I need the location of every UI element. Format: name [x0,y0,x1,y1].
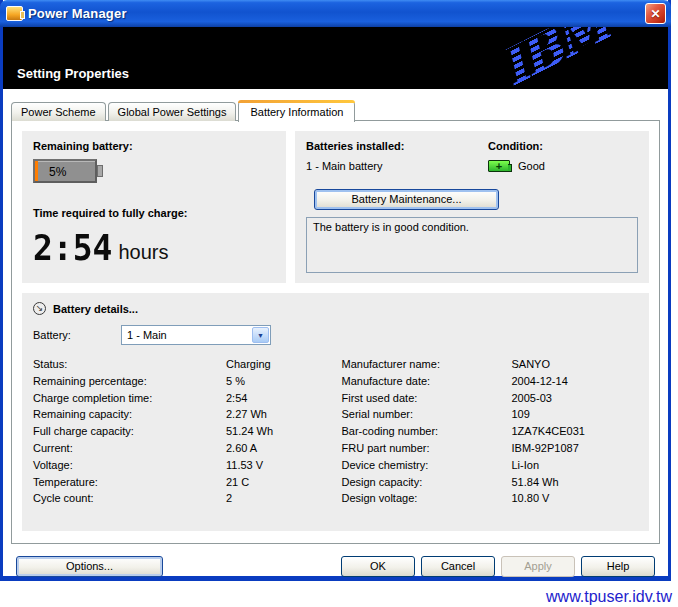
title-bar[interactable]: Power Manager ✕ [0,0,671,27]
detail-value: 5 % [226,374,330,391]
detail-value: Charging [226,357,330,374]
detail-value: 2:54 [226,391,330,408]
watermark: www.tpuser.idv.tw [546,588,672,606]
remaining-battery-panel: Remaining battery: 5% Time required to f… [22,131,286,283]
detail-value: IBM-92P1087 [512,441,639,458]
battery-select-value: 1 - Main [122,329,251,341]
detail-row: Current:2.60 A [33,441,330,458]
detail-row: Device chemistry:Li-Ion [342,458,639,475]
battery-details-header[interactable]: ↘ Battery details... [33,302,638,315]
cancel-button[interactable]: Cancel [421,556,495,577]
batteries-installed-value: 1 - Main battery [306,160,488,172]
tab-power-scheme[interactable]: Power Scheme [11,102,106,121]
detail-value: 1ZA7K4CE031 [512,424,639,441]
detail-row: Design capacity:51.84 Wh [342,475,639,492]
detail-label: Bar-coding number: [342,424,512,441]
detail-row: Temperature:21 C [33,475,330,492]
window-title: Power Manager [28,6,127,21]
detail-label: Design voltage: [342,491,512,508]
charge-time-display: 2:54 hours [33,228,275,267]
power-manager-window: Power Manager ✕ Setting Properties IBM P… [0,0,671,581]
details-right-column: Manufacturer name:SANYOManufacture date:… [342,357,639,508]
tab-battery-information[interactable]: Battery Information [238,101,355,122]
detail-row: Cycle count:2 [33,491,330,508]
detail-label: Full charge capacity: [33,424,226,441]
ok-button[interactable]: OK [341,556,415,577]
detail-row: First used date:2005-03 [342,391,639,408]
collapse-arrow-icon[interactable]: ↘ [33,302,46,315]
battery-percent-text: 5% [49,165,66,179]
help-button[interactable]: Help [581,556,655,577]
detail-row: Charge completion time:2:54 [33,391,330,408]
battery-gauge-nub [97,165,103,177]
tab-strip: Power Scheme Global Power Settings Batte… [11,99,660,120]
detail-value: 109 [512,407,639,424]
detail-value: 2 [226,491,330,508]
detail-row: Voltage:11.53 V [33,458,330,475]
detail-value: 2005-03 [512,391,639,408]
options-button[interactable]: Options... [16,556,163,577]
detail-value: 51.24 Wh [226,424,330,441]
button-bar: Options... OK Cancel Apply Help [3,555,668,578]
detail-row: Manufacture date:2004-12-14 [342,374,639,391]
detail-value: 2.27 Wh [226,407,330,424]
banner-title: Setting Properties [17,66,129,81]
detail-label: Cycle count: [33,491,226,508]
charge-time-value: 2:54 [33,227,112,268]
detail-value: 2.60 A [226,441,330,458]
chevron-down-icon[interactable]: ▼ [252,327,269,343]
detail-value: 10.80 V [512,491,639,508]
detail-label: Design capacity: [342,475,512,492]
detail-label: Manufacture date: [342,374,512,391]
detail-value: SANYO [512,357,639,374]
detail-value: 21 C [226,475,330,492]
detail-row: Remaining percentage:5 % [33,374,330,391]
condition-battery-icon: + [488,160,510,172]
battery-app-icon [6,6,23,21]
detail-label: Voltage: [33,458,226,475]
condition-message-box: The battery is in good condition. [306,217,638,273]
detail-label: Remaining percentage: [33,374,226,391]
banner: Setting Properties IBM [3,27,668,89]
battery-maintenance-button[interactable]: Battery Maintenance... [314,189,499,210]
battery-gauge: 5% [33,159,105,183]
detail-label: Manufacturer name: [342,357,512,374]
detail-value: Li-Ion [512,458,639,475]
detail-value: 2004-12-14 [512,374,639,391]
details-left-column: Status:ChargingRemaining percentage:5 %C… [33,357,330,508]
charge-time-label: Time required to fully charge: [33,207,275,219]
detail-label: Status: [33,357,226,374]
detail-row: Manufacturer name:SANYO [342,357,639,374]
detail-row: Remaining capacity:2.27 Wh [33,407,330,424]
ibm-logo: IBM [491,27,618,89]
detail-label: Remaining capacity: [33,407,226,424]
detail-row: Design voltage:10.80 V [342,491,639,508]
detail-row: Status:Charging [33,357,330,374]
tab-global-power-settings[interactable]: Global Power Settings [108,102,237,121]
detail-row: Full charge capacity:51.24 Wh [33,424,330,441]
condition-label: Condition: [488,140,638,152]
battery-details-title: Battery details... [53,303,138,315]
detail-row: Serial number:109 [342,407,639,424]
apply-button: Apply [501,556,575,577]
detail-label: FRU part number: [342,441,512,458]
battery-select-label: Battery: [33,329,121,341]
close-icon[interactable]: ✕ [645,3,666,24]
detail-row: FRU part number:IBM-92P1087 [342,441,639,458]
battery-details-panel: ↘ Battery details... Battery: 1 - Main ▼… [22,293,649,531]
detail-row: Bar-coding number:1ZA7K4CE031 [342,424,639,441]
batteries-installed-label: Batteries installed: [306,140,488,152]
batteries-installed-panel: Batteries installed: 1 - Main battery Co… [295,131,649,283]
detail-value: 51.84 Wh [512,475,639,492]
battery-gauge-fill [35,161,38,181]
detail-label: First used date: [342,391,512,408]
battery-information-page: Remaining battery: 5% Time required to f… [11,120,660,544]
charge-time-unit: hours [118,241,168,264]
detail-label: Device chemistry: [342,458,512,475]
battery-gauge-body: 5% [33,159,97,183]
detail-label: Temperature: [33,475,226,492]
battery-select[interactable]: 1 - Main ▼ [121,325,271,345]
detail-label: Current: [33,441,226,458]
detail-label: Serial number: [342,407,512,424]
remaining-battery-label: Remaining battery: [33,140,275,152]
